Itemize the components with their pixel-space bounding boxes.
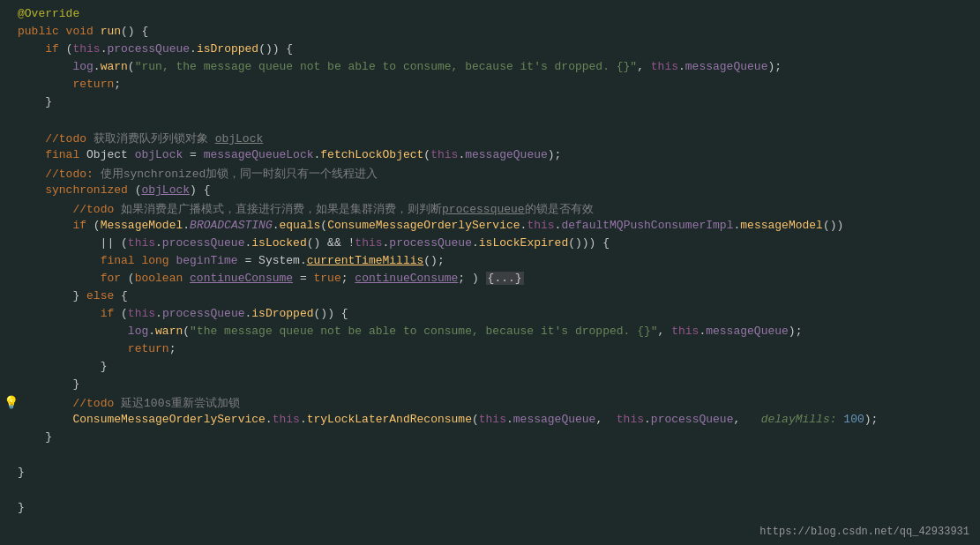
code-editor: @Override public void run() { if (this.p… [0,0,980,545]
line-20: return; [0,342,980,360]
line-19: log.warn("the message queue not be able … [0,325,980,342]
line-4: log.warn("run, the message queue not be … [0,60,980,78]
line-2: public void run() { [0,25,980,42]
line-7 [0,113,980,131]
line-15: final long beginTime = System.currentTim… [0,254,980,272]
line-23: 💡 //todo 延迟100s重新尝试加锁​ [0,395,980,413]
line-24: ConsumeMessageOrderlyService.this.tryLoc… [0,413,980,430]
line-8: //todo 获取消费队列列锁对象 objLock [0,131,980,148]
line-11: synchronized (objLock) { [0,183,980,201]
line-10: //todo: 使用synchronized加锁，同一时刻只有一个线程进入 [0,166,980,183]
line-13: if (MessageModel.BROADCASTING.equals(Con… [0,219,980,236]
line-25: } [0,430,980,448]
line-14: || (this.processQueue.isLocked() && !thi… [0,236,980,254]
line-17: } else { [0,289,980,307]
line-29: } [0,501,980,519]
line-18: if (this.processQueue.isDropped()) { [0,307,980,325]
line-22: } [0,377,980,395]
url-bar: https://blog.csdn.net/qq_42933931 [759,526,969,538]
line-26 [0,448,980,466]
line-21: } [0,360,980,377]
line-9: final Object objLock = messageQueueLock.… [0,148,980,166]
line-28 [0,483,980,501]
line-1: @Override [0,7,980,25]
line-3: if (this.processQueue.isDropped()) { [0,42,980,60]
line-5: return; [0,78,980,95]
lightbulb-icon: 💡 [4,395,19,410]
line-16: for (boolean continueConsume = true; con… [0,272,980,289]
line-6: } [0,95,980,113]
line-27: } [0,466,980,483]
line-12: //todo 如果消费是广播模式，直接进行消费，如果是集群消费，则判断proce… [0,201,980,219]
